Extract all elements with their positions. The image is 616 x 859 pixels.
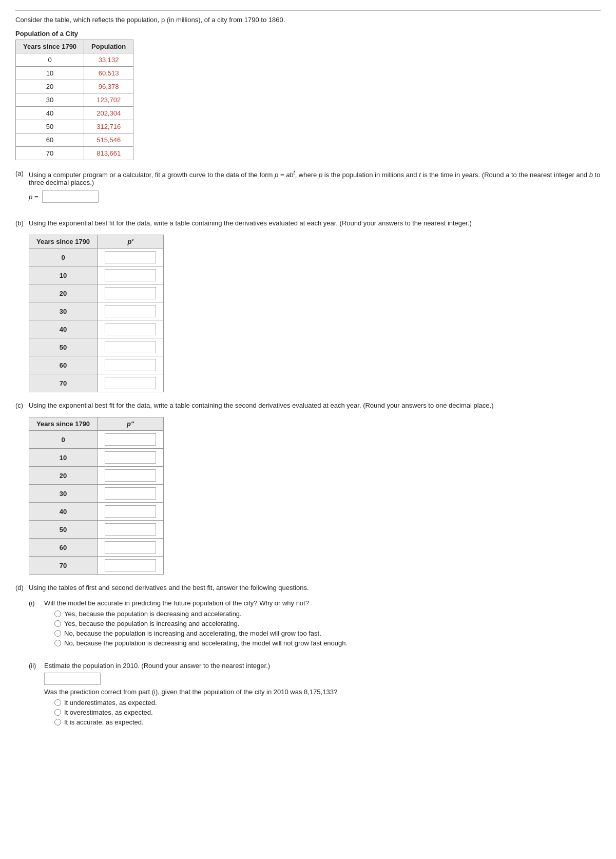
sub-ii-input[interactable]: [44, 673, 101, 685]
pop-value-4: 202,304: [84, 107, 133, 120]
sub-ii-radio-1[interactable]: [54, 709, 61, 716]
derivative-table-b: Years since 1790 p' 010203040506070: [29, 235, 164, 392]
deriv-c-col-years: Years since 1790: [29, 417, 98, 431]
col-header-population: Population: [84, 40, 133, 53]
deriv-c-cell-6[interactable]: [98, 539, 164, 557]
sub-ii-text: Estimate the population in 2010. (Round …: [44, 662, 337, 670]
deriv-b-input-7[interactable]: [105, 377, 156, 389]
deriv-b-cell-4[interactable]: [98, 320, 164, 338]
pop-year-0: 0: [16, 53, 84, 67]
deriv-b-cell-6[interactable]: [98, 356, 164, 374]
sub-ii-radio-0[interactable]: [54, 699, 61, 706]
pop-value-7: 813,661: [84, 147, 133, 160]
deriv-c-year-7: 70: [29, 557, 98, 575]
p-equals-label: p =: [29, 193, 38, 201]
sub-i-option-0[interactable]: Yes, because the population is decreasin…: [54, 610, 348, 618]
sub-ii-option-label-1: It overestimates, as expected.: [64, 709, 153, 716]
deriv-b-cell-5[interactable]: [98, 338, 164, 356]
sub-i-option-label-1: Yes, because the population is increasin…: [64, 620, 239, 627]
part-c-text: Using the exponential best fit for the d…: [29, 402, 601, 409]
sub-i-option-label-2: No, because the population is increasing…: [64, 629, 321, 637]
sub-i-radio-0[interactable]: [54, 610, 61, 617]
deriv-b-input-3[interactable]: [105, 305, 156, 317]
sub-i-option-label-0: Yes, because the population is decreasin…: [64, 610, 242, 618]
deriv-c-year-3: 30: [29, 485, 98, 503]
deriv-c-input-4[interactable]: [105, 505, 156, 518]
deriv-c-cell-4[interactable]: [98, 503, 164, 521]
col-header-years: Years since 1790: [16, 40, 84, 53]
deriv-b-cell-0[interactable]: [98, 249, 164, 266]
derivative-table-c: Years since 1790 p'' 010203040506070: [29, 417, 164, 575]
sub-ii-radio-2[interactable]: [54, 719, 61, 726]
sub-ii-option-0[interactable]: It underestimates, as expected.: [54, 699, 337, 707]
deriv-b-year-3: 30: [29, 302, 98, 320]
part-a-input[interactable]: [42, 190, 99, 203]
deriv-b-input-6[interactable]: [105, 359, 156, 371]
sub-ii-option-1[interactable]: It overestimates, as expected.: [54, 709, 337, 716]
deriv-b-input-5[interactable]: [105, 341, 156, 353]
pop-year-7: 70: [16, 147, 84, 160]
pop-value-6: 515,546: [84, 133, 133, 147]
part-d-text: Using the tables of first and second der…: [29, 584, 601, 591]
deriv-b-col-p: p': [98, 235, 164, 249]
pop-value-1: 60,513: [84, 67, 133, 80]
deriv-c-input-5[interactable]: [105, 523, 156, 536]
sub-ii-option-label-2: It is accurate, as expected.: [64, 718, 144, 726]
sub-i-radio-3[interactable]: [54, 640, 61, 646]
deriv-b-cell-7[interactable]: [98, 374, 164, 392]
deriv-b-cell-3[interactable]: [98, 302, 164, 320]
sub-i-option-1[interactable]: Yes, because the population is increasin…: [54, 620, 348, 627]
deriv-b-cell-2[interactable]: [98, 284, 164, 302]
deriv-c-input-2[interactable]: [105, 469, 156, 482]
part-a-label: (a): [15, 169, 25, 177]
part-b-text: Using the exponential best fit for the d…: [29, 219, 601, 227]
pop-value-0: 33,132: [84, 53, 133, 67]
deriv-c-year-0: 0: [29, 431, 98, 449]
deriv-b-cell-1[interactable]: [98, 266, 164, 284]
deriv-b-input-2[interactable]: [105, 287, 156, 299]
deriv-c-input-6[interactable]: [105, 541, 156, 553]
deriv-b-year-0: 0: [29, 249, 98, 266]
deriv-b-input-0[interactable]: [105, 251, 156, 263]
pop-value-3: 123,702: [84, 93, 133, 107]
deriv-c-input-1[interactable]: [105, 451, 156, 464]
deriv-b-col-years: Years since 1790: [29, 235, 98, 249]
sub-i-radio-1[interactable]: [54, 620, 61, 627]
sub-i-text: Will the model be accurate in predicting…: [44, 599, 348, 607]
pop-value-2: 96,378: [84, 80, 133, 93]
part-a-text: Using a computer program or a calculator…: [29, 171, 600, 186]
deriv-b-year-5: 50: [29, 338, 98, 356]
deriv-b-year-2: 20: [29, 284, 98, 302]
deriv-c-cell-2[interactable]: [98, 467, 164, 485]
part-c-label: (c): [15, 402, 25, 409]
deriv-c-cell-7[interactable]: [98, 557, 164, 575]
table-title: Population of a City: [15, 30, 601, 37]
deriv-c-cell-3[interactable]: [98, 485, 164, 503]
part-d-label: (d): [15, 584, 25, 591]
deriv-c-year-5: 50: [29, 521, 98, 539]
deriv-c-cell-1[interactable]: [98, 449, 164, 467]
deriv-c-cell-5[interactable]: [98, 521, 164, 539]
deriv-c-input-0[interactable]: [105, 433, 156, 446]
population-table: Years since 1790 Population 033,1321060,…: [15, 40, 133, 160]
sub-i-radio-2[interactable]: [54, 630, 61, 637]
deriv-c-input-7[interactable]: [105, 559, 156, 571]
sub-i-option-2[interactable]: No, because the population is increasing…: [54, 629, 348, 637]
deriv-c-year-4: 40: [29, 503, 98, 521]
sub-i-option-3[interactable]: No, because the population is decreasing…: [54, 639, 348, 647]
deriv-c-cell-0[interactable]: [98, 431, 164, 449]
deriv-b-year-6: 60: [29, 356, 98, 374]
sub-ii-followup: Was the prediction correct from part (i)…: [44, 688, 337, 696]
deriv-c-year-6: 60: [29, 539, 98, 557]
deriv-b-year-4: 40: [29, 320, 98, 338]
sub-i-option-label-3: No, because the population is decreasing…: [64, 639, 348, 647]
deriv-b-input-1[interactable]: [105, 269, 156, 281]
pop-value-5: 312,716: [84, 120, 133, 133]
deriv-c-col-p: p'': [98, 417, 164, 431]
pop-year-2: 20: [16, 80, 84, 93]
deriv-c-input-3[interactable]: [105, 487, 156, 500]
deriv-b-input-4[interactable]: [105, 323, 156, 335]
sub-ii-option-label-0: It underestimates, as expected.: [64, 699, 157, 707]
sub-ii-option-2[interactable]: It is accurate, as expected.: [54, 718, 337, 726]
pop-year-4: 40: [16, 107, 84, 120]
